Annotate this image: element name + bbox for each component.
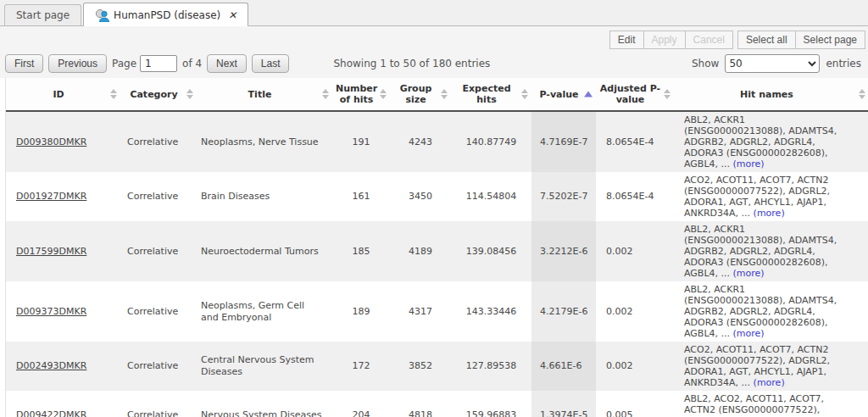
header-row: ID Category Title Number of hits Group s… — [6, 78, 868, 111]
title-cell: Central Nervous System Diseases — [197, 342, 332, 391]
number-of-hits-cell: 189 — [332, 281, 390, 342]
sort-icon[interactable] — [441, 89, 448, 99]
tab-start-page-label: Start page — [16, 9, 70, 21]
table-row: D001927DMKR Correlative Brain Diseases 1… — [6, 172, 868, 221]
expected-hits-cell: 140.87749 — [451, 111, 531, 172]
title-cell: Brain Diseases — [197, 172, 332, 221]
column-header-category[interactable]: Category — [120, 78, 197, 111]
group-size-cell: 3852 — [390, 342, 451, 391]
edit-button-row: Edit Apply Cancel Select all Select page — [2, 29, 866, 50]
id-link[interactable]: D002493DMKR — [16, 360, 86, 371]
title-cell: Neoplasms, Germ Cell and Embryonal — [197, 281, 332, 342]
group-size-cell: 4189 — [390, 221, 451, 281]
tab-humanpsd-label: HumanPSD (disease) — [114, 9, 220, 21]
category-cell: Correlative — [120, 281, 197, 342]
p-value-cell: 4.2179E-6 — [531, 281, 596, 342]
group-size-cell: 4818 — [390, 391, 451, 417]
cancel-button[interactable]: Cancel — [685, 31, 733, 49]
select-page-button[interactable]: Select page — [795, 31, 865, 49]
tab-bar: Start page HumanPSD (disease) ✕ — [0, 0, 868, 26]
page-size-select[interactable]: 50 — [725, 54, 820, 73]
column-header-adjusted-p-value[interactable]: Adjusted P-value — [596, 78, 674, 111]
adjusted-p-value-cell: 0.002 — [596, 221, 674, 281]
select-all-button[interactable]: Select all — [737, 31, 796, 49]
sort-icon[interactable] — [110, 89, 117, 99]
id-link[interactable]: D009380DMKR — [16, 136, 86, 147]
close-tab-icon[interactable]: ✕ — [228, 9, 236, 21]
hit-names-cell: ACO2, ACOT11, ACOT7, ACTN2 (ENSG00000077… — [684, 344, 847, 388]
page-of-total: of 4 — [182, 58, 202, 70]
results-table-wrap: ID Category Title Number of hits Group s… — [5, 78, 868, 417]
expected-hits-cell: 114.54804 — [451, 172, 531, 221]
number-of-hits-cell: 185 — [332, 221, 390, 281]
id-link[interactable]: D001927DMKR — [16, 191, 86, 202]
adjusted-p-value-cell: 0.002 — [596, 342, 674, 391]
next-page-button[interactable]: Next — [207, 54, 247, 73]
p-value-cell: 4.7169E-7 — [531, 111, 596, 172]
entries-summary: Showing 1 to 50 of 180 entries — [333, 58, 490, 70]
sort-icon[interactable] — [664, 89, 670, 99]
category-cell: Correlative — [120, 342, 197, 391]
expected-hits-cell: 159.96883 — [451, 391, 531, 417]
id-link[interactable]: D017599DMKR — [16, 246, 86, 257]
adjusted-p-value-cell: 8.0654E-4 — [596, 172, 674, 221]
more-link[interactable]: (more) — [754, 208, 785, 219]
hit-names-cell: ABL2, ACKR1 (ENSG00000213088), ADAMTS4, … — [684, 284, 847, 339]
sort-ascending-icon[interactable] — [584, 92, 593, 97]
table-row: D009373DMKR Correlative Neoplasms, Germ … — [6, 281, 868, 342]
category-cell: Correlative — [120, 111, 197, 172]
results-table: ID Category Title Number of hits Group s… — [6, 78, 868, 417]
category-cell: Correlative — [120, 172, 197, 221]
number-of-hits-cell: 191 — [332, 111, 390, 172]
p-value-cell: 3.2212E-6 — [531, 221, 596, 281]
group-size-cell: 4243 — [390, 111, 451, 172]
expected-hits-cell: 127.89538 — [451, 342, 531, 391]
apply-button[interactable]: Apply — [643, 31, 686, 49]
show-label: Show — [692, 58, 719, 70]
title-cell: Nervous System Diseases — [197, 391, 332, 417]
p-value-cell: 1.3974E-5 — [531, 391, 596, 417]
tab-start-page[interactable]: Start page — [4, 4, 81, 25]
id-link[interactable]: D009373DMKR — [16, 306, 86, 317]
hit-names-cell: ABL2, ACKR1 (ENSG00000213088), ADAMTS4, … — [684, 224, 847, 279]
group-size-cell: 4317 — [390, 281, 451, 342]
category-cell: Correlative — [120, 391, 197, 417]
column-header-group-size[interactable]: Group size — [390, 78, 451, 111]
more-link[interactable]: (more) — [733, 328, 765, 339]
sort-icon[interactable] — [521, 89, 528, 99]
column-header-p-value[interactable]: P-value — [531, 78, 596, 111]
column-header-number-of-hits[interactable]: Number of hits — [332, 78, 390, 111]
more-link[interactable]: (more) — [733, 268, 765, 279]
previous-page-button[interactable]: Previous — [48, 54, 107, 73]
column-header-title[interactable]: Title — [197, 78, 332, 111]
expected-hits-cell: 143.33446 — [451, 281, 531, 342]
table-row: D009422DMKR Correlative Nervous System D… — [6, 391, 868, 417]
sort-icon[interactable] — [380, 89, 387, 99]
p-value-cell: 7.5202E-7 — [531, 172, 596, 221]
last-page-button[interactable]: Last — [252, 54, 290, 73]
adjusted-p-value-cell: 0.005 — [596, 391, 674, 417]
table-row: D009380DMKR Correlative Neoplasms, Nerve… — [6, 111, 868, 172]
toolbar-area: Edit Apply Cancel Select all Select page… — [0, 26, 868, 78]
more-link[interactable]: (more) — [733, 158, 765, 170]
p-value-cell: 4.661E-6 — [531, 342, 596, 391]
first-page-button[interactable]: First — [5, 54, 43, 73]
number-of-hits-cell: 172 — [332, 342, 390, 391]
column-header-expected-hits[interactable]: Expected hits — [451, 78, 531, 111]
sort-icon[interactable] — [859, 89, 865, 99]
edit-button[interactable]: Edit — [609, 31, 644, 49]
page-label: Page — [112, 58, 136, 70]
page-number-input[interactable] — [140, 55, 177, 72]
group-size-cell: 3450 — [390, 172, 451, 221]
sort-icon[interactable] — [322, 89, 329, 99]
more-link[interactable]: (more) — [754, 377, 785, 388]
hit-names-cell: ACO2, ACOT11, ACOT7, ACTN2 (ENSG00000077… — [684, 175, 847, 219]
column-header-hit-names[interactable]: Hit names — [674, 78, 868, 111]
pagination-bar: First Previous Page of 4 Next Last Showi… — [2, 50, 866, 78]
column-header-id[interactable]: ID — [6, 78, 120, 111]
title-cell: Neoplasms, Nerve Tissue — [197, 111, 332, 172]
number-of-hits-cell: 204 — [332, 391, 390, 417]
tab-humanpsd-disease[interactable]: HumanPSD (disease) ✕ — [83, 3, 248, 26]
id-link[interactable]: D009422DMKR — [16, 409, 86, 417]
sort-icon[interactable] — [186, 89, 193, 99]
